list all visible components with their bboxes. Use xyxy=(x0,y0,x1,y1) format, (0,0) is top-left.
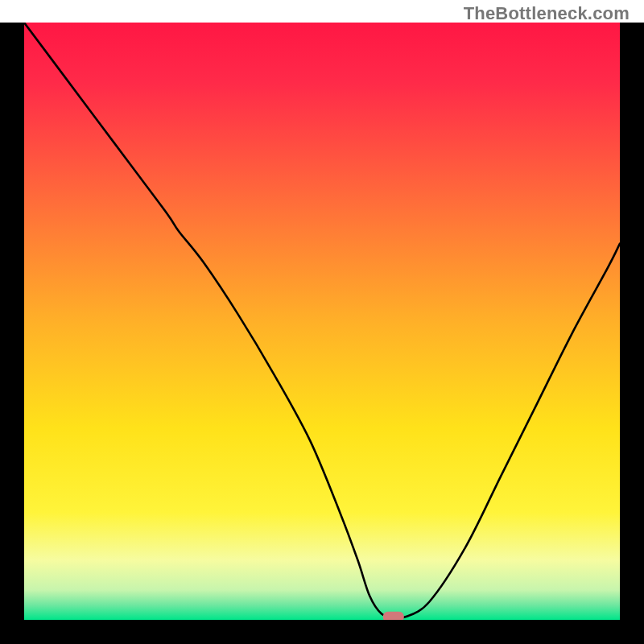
chart-container: TheBottleneck.com xyxy=(0,0,644,644)
plot-frame xyxy=(0,23,644,644)
chart-svg xyxy=(24,23,620,620)
optimum-marker xyxy=(383,612,404,620)
gradient-background xyxy=(24,23,620,620)
watermark-text: TheBottleneck.com xyxy=(464,3,630,24)
plot-area xyxy=(24,23,620,620)
